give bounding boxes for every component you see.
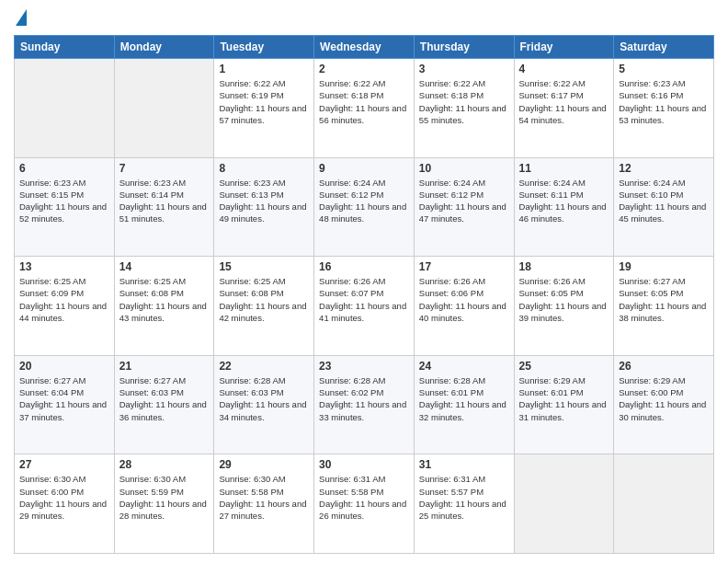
calendar-cell: 14Sunrise: 6:25 AMSunset: 6:08 PMDayligh… [114,257,214,356]
day-number: 31 [419,458,509,471]
day-info: Sunrise: 6:27 AMSunset: 6:04 PMDaylight:… [19,374,109,423]
day-number: 12 [619,162,709,175]
calendar-cell: 1Sunrise: 6:22 AMSunset: 6:19 PMDaylight… [214,59,314,158]
day-number: 27 [19,458,109,471]
day-info: Sunrise: 6:27 AMSunset: 6:05 PMDaylight:… [619,275,709,324]
day-info: Sunrise: 6:23 AMSunset: 6:15 PMDaylight:… [19,177,109,225]
day-info: Sunrise: 6:27 AMSunset: 6:03 PMDaylight:… [119,374,210,423]
calendar-cell: 11Sunrise: 6:24 AMSunset: 6:11 PMDayligh… [514,157,614,257]
day-number: 17 [419,260,509,273]
calendar-cell: 30Sunrise: 6:31 AMSunset: 5:58 PMDayligh… [314,454,415,554]
day-info: Sunrise: 6:31 AMSunset: 5:57 PMDaylight:… [419,473,509,522]
calendar-table: SundayMondayTuesdayWednesdayThursdayFrid… [14,35,714,554]
day-number: 29 [219,458,309,471]
calendar-week-row: 13Sunrise: 6:25 AMSunset: 6:09 PMDayligh… [15,257,714,356]
calendar-cell: 2Sunrise: 6:22 AMSunset: 6:18 PMDaylight… [314,59,415,158]
day-number: 28 [119,458,210,471]
calendar-cell: 23Sunrise: 6:28 AMSunset: 6:02 PMDayligh… [314,355,415,454]
day-info: Sunrise: 6:25 AMSunset: 6:09 PMDaylight:… [19,275,109,324]
day-info: Sunrise: 6:25 AMSunset: 6:08 PMDaylight:… [219,275,309,324]
day-number: 7 [119,162,210,175]
calendar-cell [114,59,214,158]
day-number: 26 [619,360,709,373]
calendar-cell: 22Sunrise: 6:28 AMSunset: 6:03 PMDayligh… [214,355,314,454]
calendar-week-row: 20Sunrise: 6:27 AMSunset: 6:04 PMDayligh… [15,355,714,454]
day-info: Sunrise: 6:26 AMSunset: 6:05 PMDaylight:… [519,275,609,324]
day-number: 23 [319,360,409,373]
calendar-cell: 27Sunrise: 6:30 AMSunset: 6:00 PMDayligh… [15,454,115,554]
day-number: 3 [419,63,509,75]
day-info: Sunrise: 6:30 AMSunset: 6:00 PMDaylight:… [19,473,109,522]
day-number: 16 [319,260,409,273]
day-info: Sunrise: 6:30 AMSunset: 5:58 PMDaylight:… [219,473,309,522]
day-info: Sunrise: 6:24 AMSunset: 6:12 PMDaylight:… [419,177,509,225]
day-info: Sunrise: 6:22 AMSunset: 6:18 PMDaylight:… [319,77,409,126]
calendar-cell [514,454,614,554]
calendar-cell: 10Sunrise: 6:24 AMSunset: 6:12 PMDayligh… [414,157,514,257]
day-number: 9 [319,162,409,175]
day-number: 18 [519,260,609,273]
logo-triangle-icon [16,9,27,26]
calendar-cell: 8Sunrise: 6:23 AMSunset: 6:13 PMDaylight… [214,157,314,257]
day-info: Sunrise: 6:24 AMSunset: 6:10 PMDaylight:… [619,177,709,225]
page: SundayMondayTuesdayWednesdayThursdayFrid… [0,0,728,563]
day-info: Sunrise: 6:28 AMSunset: 6:03 PMDaylight:… [219,374,309,423]
calendar-week-row: 1Sunrise: 6:22 AMSunset: 6:19 PMDaylight… [15,59,714,158]
calendar-cell: 19Sunrise: 6:27 AMSunset: 6:05 PMDayligh… [614,257,714,356]
weekday-header-tuesday: Tuesday [214,36,314,59]
calendar-cell [15,59,115,158]
calendar-cell: 31Sunrise: 6:31 AMSunset: 5:57 PMDayligh… [414,454,514,554]
calendar-cell: 25Sunrise: 6:29 AMSunset: 6:01 PMDayligh… [514,355,614,454]
day-info: Sunrise: 6:24 AMSunset: 6:11 PMDaylight:… [519,177,609,225]
day-info: Sunrise: 6:22 AMSunset: 6:18 PMDaylight:… [419,77,509,126]
calendar-cell: 12Sunrise: 6:24 AMSunset: 6:10 PMDayligh… [614,157,714,257]
calendar-cell: 26Sunrise: 6:29 AMSunset: 6:00 PMDayligh… [614,355,714,454]
weekday-header-friday: Friday [514,36,614,59]
day-info: Sunrise: 6:28 AMSunset: 6:01 PMDaylight:… [419,374,509,423]
day-number: 21 [119,360,210,373]
logo [14,9,27,28]
day-info: Sunrise: 6:29 AMSunset: 6:00 PMDaylight:… [619,374,709,423]
day-info: Sunrise: 6:25 AMSunset: 6:08 PMDaylight:… [119,275,210,324]
weekday-header-monday: Monday [114,36,214,59]
day-info: Sunrise: 6:26 AMSunset: 6:07 PMDaylight:… [319,275,409,324]
calendar-cell: 18Sunrise: 6:26 AMSunset: 6:05 PMDayligh… [514,257,614,356]
day-number: 24 [419,360,509,373]
calendar-cell: 13Sunrise: 6:25 AMSunset: 6:09 PMDayligh… [15,257,115,356]
weekday-header-wednesday: Wednesday [314,36,415,59]
day-number: 4 [519,63,609,75]
calendar-cell: 16Sunrise: 6:26 AMSunset: 6:07 PMDayligh… [314,257,415,356]
day-number: 11 [519,162,609,175]
day-info: Sunrise: 6:31 AMSunset: 5:58 PMDaylight:… [319,473,409,522]
day-number: 14 [119,260,210,273]
calendar-cell: 17Sunrise: 6:26 AMSunset: 6:06 PMDayligh… [414,257,514,356]
calendar-cell: 20Sunrise: 6:27 AMSunset: 6:04 PMDayligh… [15,355,115,454]
day-number: 25 [519,360,609,373]
calendar-week-row: 6Sunrise: 6:23 AMSunset: 6:15 PMDaylight… [15,157,714,257]
calendar-week-row: 27Sunrise: 6:30 AMSunset: 6:00 PMDayligh… [15,454,714,554]
calendar-cell: 4Sunrise: 6:22 AMSunset: 6:17 PMDaylight… [514,59,614,158]
day-number: 2 [319,63,409,75]
day-info: Sunrise: 6:22 AMSunset: 6:17 PMDaylight:… [519,77,609,126]
day-info: Sunrise: 6:23 AMSunset: 6:13 PMDaylight:… [219,177,309,225]
day-number: 6 [19,162,109,175]
weekday-header-thursday: Thursday [414,36,514,59]
day-number: 10 [419,162,509,175]
calendar-cell: 21Sunrise: 6:27 AMSunset: 6:03 PMDayligh… [114,355,214,454]
day-number: 22 [219,360,309,373]
calendar-cell: 9Sunrise: 6:24 AMSunset: 6:12 PMDaylight… [314,157,415,257]
calendar-cell: 7Sunrise: 6:23 AMSunset: 6:14 PMDaylight… [114,157,214,257]
day-info: Sunrise: 6:23 AMSunset: 6:16 PMDaylight:… [619,77,709,126]
calendar-cell: 5Sunrise: 6:23 AMSunset: 6:16 PMDaylight… [614,59,714,158]
day-info: Sunrise: 6:24 AMSunset: 6:12 PMDaylight:… [319,177,409,225]
calendar-cell: 3Sunrise: 6:22 AMSunset: 6:18 PMDaylight… [414,59,514,158]
calendar-cell: 29Sunrise: 6:30 AMSunset: 5:58 PMDayligh… [214,454,314,554]
day-number: 15 [219,260,309,273]
day-number: 8 [219,162,309,175]
weekday-header-sunday: Sunday [15,36,115,59]
day-info: Sunrise: 6:29 AMSunset: 6:01 PMDaylight:… [519,374,609,423]
calendar-cell: 6Sunrise: 6:23 AMSunset: 6:15 PMDaylight… [15,157,115,257]
day-number: 19 [619,260,709,273]
calendar-cell [614,454,714,554]
day-number: 1 [219,63,309,75]
